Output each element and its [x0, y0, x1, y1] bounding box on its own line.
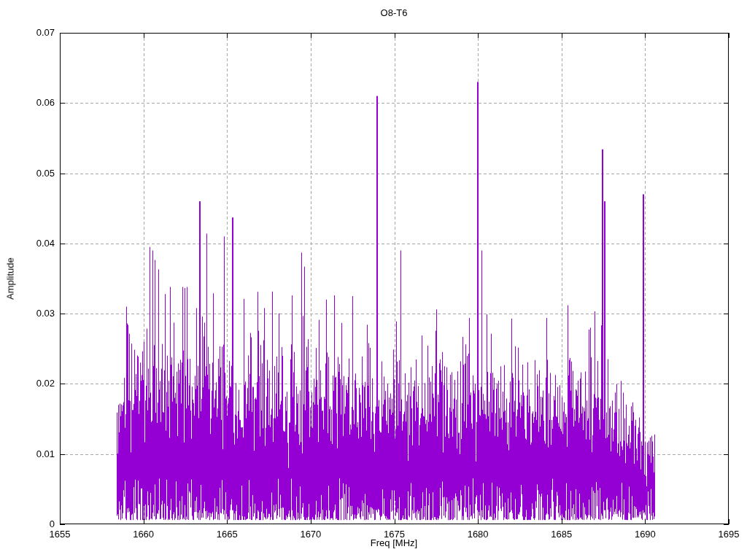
x-tick-label: 1680: [456, 529, 500, 540]
x-tick-label: 1695: [707, 529, 747, 540]
plot-canvas: [0, 0, 747, 560]
x-tick-label: 1670: [289, 529, 333, 540]
x-tick-label: 1675: [373, 529, 417, 540]
x-tick-label: 1655: [38, 529, 82, 540]
y-tick-label: 0.04: [21, 238, 55, 249]
x-tick-label: 1660: [122, 529, 166, 540]
chart-title: O8-T6: [381, 7, 408, 18]
y-tick-label: 0.01: [21, 448, 55, 460]
spectrum-figure: O8-T6 Amplitude Freq [MHz] 1655166016651…: [0, 0, 747, 560]
y-tick-label: 0.07: [21, 27, 55, 39]
y-tick-label: 0.06: [21, 97, 55, 109]
y-axis-label: Amplitude: [5, 257, 16, 300]
x-tick-label: 1685: [540, 529, 584, 540]
y-tick-label: 0.03: [21, 308, 55, 319]
x-tick-label: 1690: [623, 529, 667, 540]
y-tick-label: 0: [21, 518, 55, 530]
y-tick-label: 0.05: [21, 168, 55, 179]
y-tick-label: 0.02: [21, 378, 55, 389]
x-tick-label: 1665: [205, 529, 249, 540]
